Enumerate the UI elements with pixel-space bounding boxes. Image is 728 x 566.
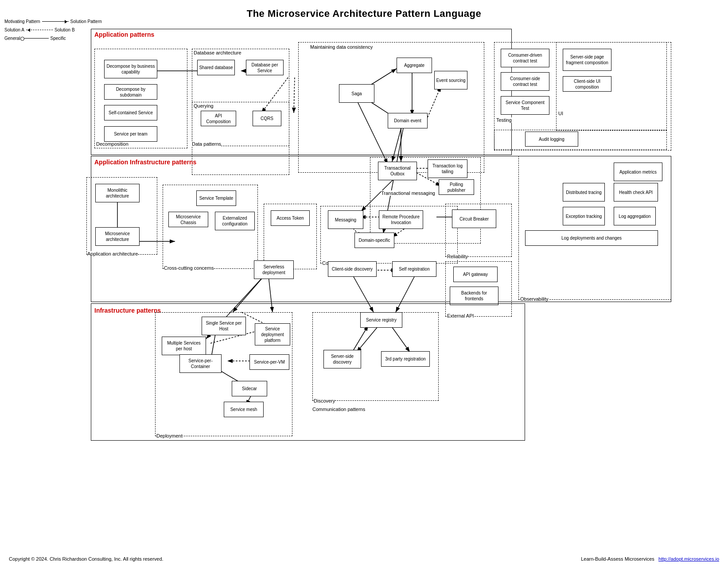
footer: Copyright © 2024. Chris Richardson Consu… [0,556,728,562]
decompose-business-box[interactable]: Decompose by business capability [104,60,157,78]
consumer-driven-contract-box[interactable]: Consumer-driven contract test [501,49,549,67]
distributed-tracing-box[interactable]: Distributed tracing [563,183,605,202]
deployment-label: Deployment [156,433,183,438]
aggregate-box[interactable]: Aggregate [397,58,432,73]
ui-label: UI [558,111,563,116]
monolithic-arch-box[interactable]: Monolithic architecture [95,184,140,202]
cross-cutting-label: Cross-cutting concerns [164,265,214,271]
app-infra-label: Application Infrastructure patterns [94,159,196,166]
backends-frontends-box[interactable]: Backends for frontends [450,287,498,305]
microservice-arch-box[interactable]: Microservice architecture [95,227,140,246]
api-composition-box[interactable]: API Composition [201,111,236,126]
legend-specific-label: Specific [51,35,66,42]
circuit-breaker-box[interactable]: Circuit Breaker [452,209,496,228]
service-mesh-box[interactable]: Service mesh [224,402,264,417]
third-party-reg-box[interactable]: 3rd party registration [381,351,430,367]
single-service-host-box[interactable]: Single Service per Host [202,317,246,335]
event-sourcing-box[interactable]: Event sourcing [434,71,467,89]
health-check-box[interactable]: Health check API [614,183,658,202]
self-contained-service-box[interactable]: Self-contained Service [104,105,157,120]
api-gateway-box[interactable]: API gateway [453,267,498,282]
app-metrics-box[interactable]: Application metrics [614,163,662,181]
domain-specific-box[interactable]: Domain-specific [354,233,394,248]
database-per-service-box[interactable]: Database per Service [246,60,284,75]
sidecar-box[interactable]: Sidecar [232,381,267,396]
service-template-box[interactable]: Service Template [196,190,236,206]
service-per-team-box[interactable]: Service per team [104,126,157,142]
domain-event-box[interactable]: Domain event [388,113,428,128]
testing-label: Testing [496,117,512,123]
consumer-side-contract-box[interactable]: Consumer-side contract test [501,72,549,91]
serverless-deployment-box[interactable]: Serverless deployment [254,260,294,279]
copyright-text: Copyright © 2024. Chris Richardson Consu… [9,556,164,562]
log-aggregation-box[interactable]: Log aggregation [614,207,656,225]
reliability-label: Reliability [447,254,468,259]
comm-patterns-label: Communication patterns [312,407,365,412]
decompose-subdomain-box[interactable]: Decompose by subdomain [104,84,157,100]
observability-label: Observability [520,296,549,302]
maintaining-data-label: Maintaining data consistency [310,44,373,50]
log-deployments-box[interactable]: Log deployments and changes [525,230,658,246]
service-component-test-box[interactable]: Service Component Test [501,96,549,115]
app-arch-label: Application architecture [87,251,138,256]
app-patterns-label: Application patterns [94,31,154,38]
server-side-page-fragment-box[interactable]: Server-side page fragment composition [563,49,611,71]
messaging-box[interactable]: Messaging [328,210,363,229]
saga-box[interactable]: Saga [339,84,374,103]
querying-label: Querying [194,103,214,109]
multiple-services-host-box[interactable]: Multiple Services per host [162,337,206,355]
exception-tracking-box[interactable]: Exception tracking [563,207,605,225]
learn-text: Learn-Build-Assess Microservices [581,556,654,562]
decomposition-label: Decomposition [96,141,128,147]
legend-solution-b-label: Solution B [55,26,75,34]
client-side-discovery-box[interactable]: Client-side discovery [328,261,377,277]
trans-messaging-label: Transactional messaging [381,190,435,196]
infra-patterns-label: Infrastructure patterns [94,307,161,314]
polling-publisher-box[interactable]: Polling publisher [439,179,474,195]
legend-general-label: General [4,35,20,42]
audit-logging-box[interactable]: Audit logging [525,132,578,147]
service-per-vm-box[interactable]: Service-per-VM [249,354,289,370]
discovery-label: Discovery [314,398,335,403]
externalized-config-box[interactable]: Externalized configuration [215,212,255,230]
remote-procedure-box[interactable]: Remote Procedure Invocation [379,210,423,229]
transactional-outbox-box[interactable]: Transactional Outbox [378,162,417,180]
service-deployment-platform-box[interactable]: Service deployment platform [255,323,290,345]
footer-link[interactable]: http://adopt.microservices.io [658,556,719,562]
legend-motivating-label: Motivating Pattern [4,18,40,25]
footer-right: Learn-Build-Assess Microservices http://… [581,556,719,562]
maintaining-data-section [298,42,484,173]
data-patterns-label: Data patterns [192,141,221,147]
main-diagram: Application patterns Decomposition Decom… [78,20,720,556]
server-side-discovery-box[interactable]: Server-side discovery [323,350,361,368]
db-arch-label: Database architecture [194,50,241,55]
microservice-chassis-box[interactable]: Microservice Chassis [168,212,208,227]
access-token-box[interactable]: Access Token [271,210,310,226]
legend-solution-a-label: Solution A [4,26,24,34]
service-per-container-box[interactable]: Service-per- Container [179,354,222,373]
shared-database-box[interactable]: Shared database [197,60,235,75]
service-registry-box[interactable]: Service registry [360,312,402,328]
cqrs-box[interactable]: CQRS [253,111,281,126]
client-side-ui-composition-box[interactable]: Client-side UI composition [563,76,611,92]
transaction-log-tailing-box[interactable]: Transaction log tailing [428,159,467,178]
self-registration-box[interactable]: Self registration [392,261,436,277]
audit-section [494,130,667,150]
